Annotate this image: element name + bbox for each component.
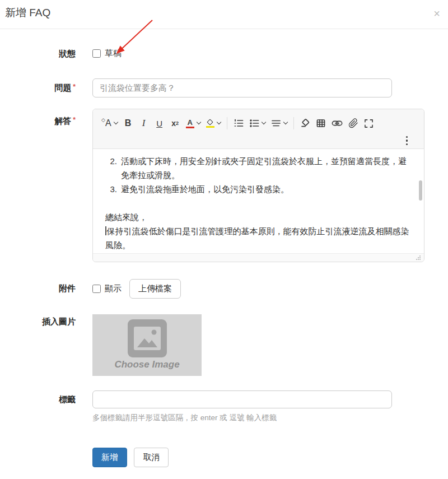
highlight-color-icon: [206, 119, 214, 128]
chevron-down-icon: [283, 120, 287, 124]
answer-row: 解答* ◇A B I U x2 A: [0, 109, 448, 262]
highlight-color-button[interactable]: [206, 116, 221, 131]
text-cursor: [105, 226, 106, 235]
question-label: 問題*: [0, 83, 76, 94]
attachment-label: 附件: [0, 283, 76, 294]
link-button[interactable]: [332, 116, 343, 131]
table-button[interactable]: [316, 116, 326, 131]
paragraph: 總結來說，: [105, 210, 413, 224]
list-item: 3. 避免引流袋拖垂於地面，以免污染引發感染。: [105, 182, 413, 196]
upload-file-button[interactable]: 上傳檔案: [129, 279, 181, 299]
show-attachment-checkbox[interactable]: [92, 285, 101, 293]
draft-checkbox-wrap: 草稿: [92, 48, 122, 59]
chevron-down-icon: [113, 120, 118, 124]
tags-row: 標籤 多個標籤請用半形逗號區隔，按 enter 或 逗號 輸入標籤: [0, 390, 448, 423]
question-input[interactable]: [92, 78, 392, 97]
toolbar-separator: [227, 117, 227, 129]
paragraph: 保持引流袋低於傷口是引流管護理的基本原則，能有效防止引流液逆流及相關感染風險。: [105, 224, 413, 252]
required-mark: *: [73, 83, 76, 91]
font-style-button[interactable]: ◇A: [101, 116, 118, 131]
question-row: 問題*: [0, 78, 448, 97]
show-checkbox-wrap: 顯示: [92, 283, 122, 294]
fullscreen-button[interactable]: [364, 116, 374, 131]
choose-image-dropzone[interactable]: Choose Image: [92, 314, 202, 376]
more-options-button[interactable]: [404, 134, 410, 147]
text-color-button[interactable]: A: [186, 116, 200, 131]
insert-image-label: 插入圖片: [0, 314, 76, 376]
draft-checkbox[interactable]: [92, 49, 101, 58]
chevron-down-icon: [196, 120, 200, 124]
toolbar-separator: [293, 117, 294, 129]
list-item: 2. 活動或下床時，用安全別針或夾子固定引流袋於衣服上，並預留適當長度，避免牽拉…: [105, 154, 413, 182]
editor-statusbar: [93, 253, 424, 262]
tags-label: 標籤: [0, 390, 76, 423]
align-icon: [271, 118, 281, 128]
text-color-icon: A: [186, 119, 194, 128]
paragraph-align-button[interactable]: [271, 116, 287, 131]
clear-format-button[interactable]: [300, 116, 310, 131]
chevron-down-icon: [261, 120, 265, 124]
tags-input[interactable]: [92, 390, 392, 408]
table-icon: [316, 118, 326, 128]
close-icon[interactable]: ×: [433, 8, 440, 19]
attachment-row: 附件 顯示 上傳檔案: [0, 279, 448, 299]
eraser-icon: [300, 118, 310, 128]
actions-row: 新增 取消: [0, 448, 448, 467]
link-icon: [332, 118, 343, 128]
bold-button[interactable]: B: [123, 116, 133, 131]
ordered-list-button[interactable]: [234, 116, 244, 131]
choose-image-text: Choose Image: [114, 359, 179, 370]
editor-toolbar: ◇A B I U x2 A: [93, 109, 424, 149]
draft-checkbox-label: 草稿: [105, 48, 122, 59]
actions-spacer: [0, 448, 76, 467]
tags-hint: 多個標籤請用半形逗號區隔，按 enter 或 逗號 輸入標籤: [92, 413, 392, 423]
attach-file-button[interactable]: [348, 116, 358, 131]
unordered-list-button[interactable]: [249, 116, 265, 131]
required-mark: *: [73, 116, 76, 124]
resize-grip-icon[interactable]: [416, 255, 421, 261]
cancel-button[interactable]: 取消: [134, 448, 169, 467]
show-checkbox-label: 顯示: [105, 283, 122, 294]
ordered-list-icon: [234, 118, 244, 128]
image-placeholder-icon: [127, 319, 168, 359]
paperclip-icon: [348, 118, 358, 128]
superscript-button[interactable]: x2: [170, 116, 180, 131]
status-row: 狀態 草稿: [0, 48, 448, 60]
modal-title: 新增 FAQ: [5, 6, 50, 20]
rich-text-editor: ◇A B I U x2 A: [92, 109, 424, 262]
underline-button[interactable]: U: [155, 116, 165, 131]
submit-button[interactable]: 新增: [92, 448, 127, 467]
insert-image-row: 插入圖片 Choose Image: [0, 314, 448, 376]
answer-label: 解答*: [0, 109, 76, 262]
unordered-list-icon: [249, 118, 259, 128]
italic-button[interactable]: I: [139, 116, 149, 131]
editor-scrollbar[interactable]: [419, 180, 422, 201]
editor-content-area[interactable]: 2. 活動或下床時，用安全別針或夾子固定引流袋於衣服上，並預留適當長度，避免牽拉…: [93, 149, 424, 253]
fullscreen-icon: [364, 119, 374, 128]
status-label: 狀態: [0, 49, 76, 59]
modal-header: 新增 FAQ ×: [0, 0, 448, 29]
chevron-down-icon: [216, 120, 221, 124]
